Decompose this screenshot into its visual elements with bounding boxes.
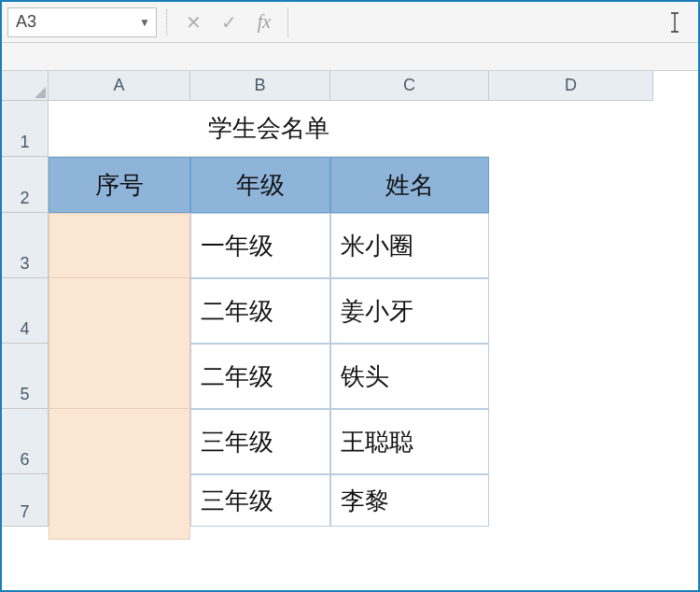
row-header-5[interactable]: 5 (2, 344, 49, 409)
fx-icon[interactable]: fx (246, 7, 282, 37)
formula-input[interactable] (287, 7, 693, 37)
cell-B5[interactable]: 二年级 (190, 344, 330, 409)
spreadsheet-grid: A B C D 1 2 3 4 5 6 7 学生会名单 序号 年级 姓名 一年级… (2, 71, 698, 527)
col-header-A[interactable]: A (49, 71, 190, 101)
cell-A4-merged[interactable] (49, 278, 190, 409)
cell-B6[interactable]: 三年级 (190, 409, 330, 474)
name-box[interactable]: A3 ▼ (7, 7, 157, 37)
formula-bar: A3 ▼ ✕ ✓ fx (2, 2, 698, 43)
column-headers: A B C D (2, 71, 698, 101)
accept-icon: ✓ (211, 7, 246, 37)
row-header-6[interactable]: 6 (2, 409, 49, 474)
row-headers: 1 2 3 4 5 6 7 (2, 101, 49, 527)
cell-C4[interactable]: 姜小牙 (330, 278, 489, 344)
row-header-7[interactable]: 7 (2, 474, 49, 527)
toolbar-separator (2, 43, 698, 71)
cell-C5[interactable]: 铁头 (330, 344, 489, 409)
row-header-2[interactable]: 2 (2, 157, 49, 213)
text-cursor-icon (668, 11, 681, 34)
cell-C6[interactable]: 王聪聪 (330, 409, 489, 474)
cell-C7[interactable]: 李黎 (330, 474, 489, 527)
cancel-icon: ✕ (175, 7, 211, 37)
cell-A3[interactable] (49, 213, 190, 278)
row-header-1[interactable]: 1 (2, 101, 49, 157)
col-header-C[interactable]: C (330, 71, 489, 101)
col-header-D[interactable]: D (489, 71, 653, 101)
cell-header-a[interactable]: 序号 (49, 157, 190, 213)
row-header-3[interactable]: 3 (2, 213, 49, 278)
cell-B7[interactable]: 三年级 (190, 474, 330, 527)
cell-header-c[interactable]: 姓名 (330, 157, 489, 213)
select-all-corner[interactable] (2, 71, 49, 101)
cells-area[interactable]: 学生会名单 序号 年级 姓名 一年级 米小圈 二年级 姜小牙 二年级 铁头 三年… (49, 101, 698, 527)
chevron-down-icon[interactable]: ▼ (139, 16, 150, 29)
col-header-B[interactable]: B (190, 71, 330, 101)
name-box-value: A3 (16, 12, 36, 32)
cell-title[interactable]: 学生会名单 (49, 101, 489, 157)
cell-A6-merged[interactable] (49, 409, 190, 540)
cell-header-b[interactable]: 年级 (190, 157, 330, 213)
divider (166, 9, 175, 35)
row-header-4[interactable]: 4 (2, 278, 49, 344)
cell-B3[interactable]: 一年级 (190, 213, 330, 278)
cell-B4[interactable]: 二年级 (190, 278, 330, 344)
cell-C3[interactable]: 米小圈 (330, 213, 489, 278)
